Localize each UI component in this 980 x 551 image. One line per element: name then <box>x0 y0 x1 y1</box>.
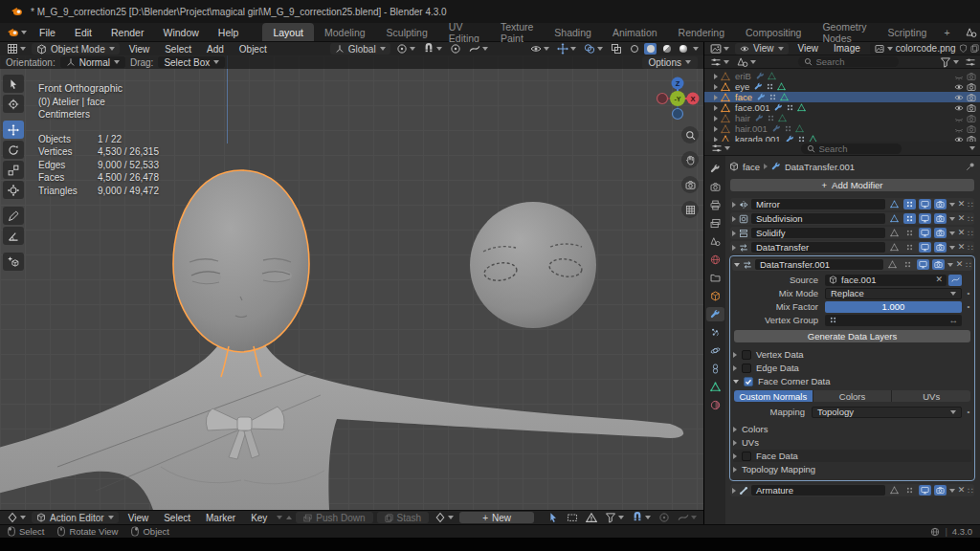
modifier-name-field[interactable]: Mirror <box>751 199 885 209</box>
mix-mode-dropdown[interactable]: Replace <box>825 288 962 299</box>
add-cube-tool[interactable] <box>3 253 24 271</box>
menu-file[interactable]: File <box>31 25 64 40</box>
shading-solid-button[interactable] <box>644 43 657 55</box>
tab-modifiers[interactable] <box>706 307 724 321</box>
tab-constraints[interactable] <box>706 362 724 376</box>
expand-icon[interactable] <box>733 352 737 358</box>
tab-tool[interactable] <box>706 162 724 176</box>
viewport-menu-view[interactable]: View <box>123 44 156 55</box>
editmode-toggle[interactable] <box>902 259 914 270</box>
eye-open-icon[interactable] <box>954 93 964 102</box>
collapse-icon[interactable] <box>734 263 740 267</box>
app-menu-button[interactable] <box>6 27 29 38</box>
editmode-toggle[interactable] <box>903 242 916 253</box>
orientation-dropdown[interactable]: Normal <box>60 56 125 68</box>
generate-data-layers-button[interactable]: Generate Data Layers <box>734 330 970 342</box>
editmode-toggle[interactable] <box>903 228 916 238</box>
outliner-item-hair[interactable]: hair <box>704 113 980 123</box>
workspace-tab-scripting[interactable]: Scripting <box>878 23 938 41</box>
outliner-search[interactable] <box>798 56 899 67</box>
add-modifier-button[interactable]: + Add Modifier <box>730 179 974 191</box>
dope-menu-select[interactable]: Select <box>158 513 196 523</box>
edit-mode-display-toggle[interactable] <box>888 228 901 238</box>
outliner-search-input[interactable] <box>816 56 893 67</box>
tab-view-layer[interactable] <box>706 216 724 231</box>
drag-handle-icon[interactable]: ∷ <box>968 486 972 496</box>
drag-dropdown[interactable]: Select Box <box>158 56 225 68</box>
options-button[interactable]: Options <box>642 56 698 69</box>
modifier-mirror[interactable]: Mirror ✕ ∷ <box>730 198 974 210</box>
outliner-item-eriB[interactable]: eriB <box>704 71 980 81</box>
delete-modifier-icon[interactable]: ✕ <box>958 486 966 495</box>
workspace-tab-modeling[interactable]: Modeling <box>314 23 376 41</box>
edit-mode-display-toggle[interactable] <box>888 199 901 209</box>
tab-collection[interactable] <box>706 271 724 285</box>
camera-toggle-icon[interactable] <box>967 93 976 102</box>
outliner-item-face-001[interactable]: face.001 <box>704 102 980 113</box>
dope-menu-marker[interactable]: Marker <box>200 513 241 523</box>
tab-object[interactable] <box>706 289 724 303</box>
camera-toggle-icon[interactable] <box>967 114 976 123</box>
delete-modifier-icon[interactable]: ✕ <box>956 260 964 269</box>
realtime-toggle[interactable] <box>919 199 931 209</box>
realtime-toggle[interactable] <box>919 228 931 238</box>
drag-handle-icon[interactable]: ∷ <box>968 243 972 253</box>
expand-icon[interactable] <box>733 427 737 432</box>
tab-output[interactable] <box>706 198 724 212</box>
eye-open-icon[interactable] <box>954 135 964 143</box>
modifier-name-field[interactable]: DataTransfer.001 <box>755 259 883 270</box>
proportional-editing-button[interactable] <box>448 43 463 55</box>
camera-toggle-icon[interactable] <box>967 103 976 113</box>
expand-icon[interactable] <box>714 116 718 121</box>
expand-icon[interactable] <box>714 74 718 79</box>
modifier-extras-icon[interactable] <box>949 489 955 493</box>
workspace-tab-animation[interactable]: Animation <box>602 23 668 41</box>
add-workspace-button[interactable]: + <box>937 23 956 41</box>
animate-dot-icon[interactable]: • <box>966 408 971 416</box>
uvs-section[interactable]: UVs <box>733 436 971 449</box>
pin-icon[interactable] <box>966 162 975 171</box>
animate-dot-icon[interactable]: • <box>966 289 971 298</box>
tab-physics[interactable] <box>706 343 724 358</box>
workspace-tab-geometry-nodes[interactable]: Geometry Nodes <box>812 23 877 41</box>
realtime-toggle[interactable] <box>919 213 931 224</box>
shading-dropdown-icon[interactable] <box>693 47 699 51</box>
modifier-datatransfer[interactable]: DataTransfer ✕ ∷ <box>730 241 974 253</box>
action-browse-button[interactable] <box>433 512 456 523</box>
camera-toggle-icon[interactable] <box>967 72 976 81</box>
push-down-button[interactable]: Push Down <box>296 512 372 523</box>
mix-factor-slider[interactable]: 1.000 <box>825 301 962 313</box>
measure-tool[interactable] <box>3 227 24 245</box>
modifier-extras-icon[interactable] <box>949 246 955 250</box>
eye-closed-icon[interactable] <box>954 124 964 134</box>
animate-dot-icon[interactable]: • <box>966 302 971 311</box>
fake-user-shield-icon[interactable] <box>959 44 968 53</box>
tab-render[interactable] <box>706 180 724 194</box>
modifier-extras-icon[interactable] <box>947 263 953 267</box>
editor-type-button[interactable] <box>5 512 28 523</box>
modifier-name-field[interactable]: Armature <box>751 485 885 496</box>
properties-options-icon[interactable] <box>969 146 975 150</box>
proportional-edit-button[interactable] <box>657 512 672 523</box>
modifier-extras-icon[interactable] <box>949 203 955 207</box>
clear-source-icon[interactable]: ✕ <box>935 276 943 284</box>
drag-handle-icon[interactable]: ∷ <box>966 260 970 270</box>
eye-closed-icon[interactable] <box>954 72 964 81</box>
show-gizmo-button[interactable] <box>555 43 578 55</box>
dope-menu-view[interactable]: View <box>122 513 155 523</box>
cursor-tool[interactable] <box>3 95 24 113</box>
modifier-name-field[interactable]: Subdivision <box>751 213 885 224</box>
workspace-tab-shading[interactable]: Shading <box>544 23 602 41</box>
modifier-name-field[interactable]: Solidify <box>751 228 885 238</box>
annotate-tool[interactable] <box>3 207 24 225</box>
editor-type-button[interactable] <box>5 43 28 55</box>
delete-modifier-icon[interactable]: ✕ <box>958 243 966 252</box>
tab-object-data[interactable] <box>706 380 724 394</box>
outliner-item-eye[interactable]: eye <box>704 81 980 92</box>
outliner-filter-button[interactable] <box>938 56 961 68</box>
face-data-checkbox[interactable] <box>742 452 751 461</box>
drag-handle-icon[interactable]: ∷ <box>968 200 972 209</box>
modifier-subdivision[interactable]: Subdivision ✕ ∷ <box>730 212 974 225</box>
mapping-dropdown[interactable]: Topology <box>812 407 962 418</box>
only-show-selected-button[interactable] <box>546 512 561 523</box>
